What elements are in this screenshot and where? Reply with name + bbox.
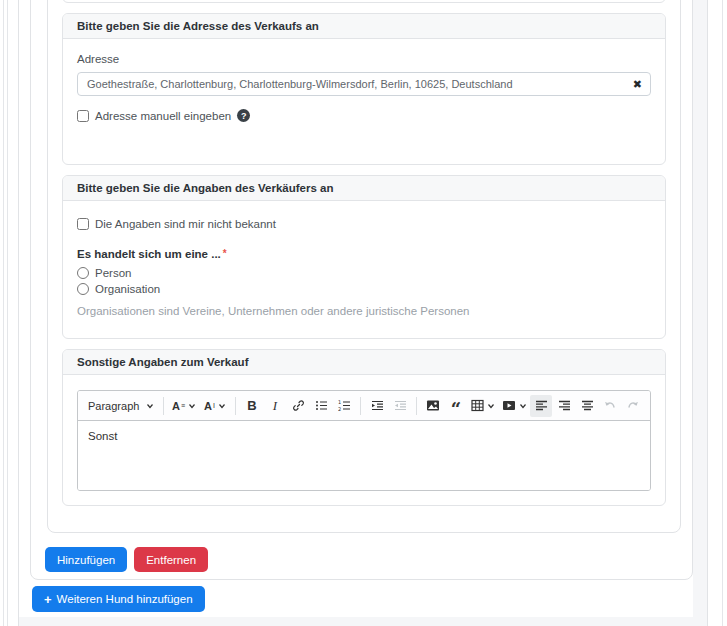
indent-button[interactable] [366,395,388,417]
media-icon [502,399,516,412]
link-button[interactable] [287,395,309,417]
remove-button[interactable]: Entfernen [134,547,208,572]
seller-type-label: Es handelt sich um eine ...* [77,248,651,260]
required-mark: * [223,248,227,259]
insert-image-button[interactable] [422,395,444,417]
help-icon[interactable]: ? [237,109,250,122]
organisation-option-row: Organisation [77,283,651,295]
italic-button[interactable]: I [264,395,286,417]
chevron-down-icon [519,402,527,410]
bulleted-list-icon [315,399,328,412]
bulleted-list-button[interactable] [310,395,332,417]
address-input-wrap: ✖ [77,72,651,96]
undo-icon [603,400,617,412]
address-card: Bitte geben Sie die Adresse des Verkaufs… [62,13,666,165]
bold-button[interactable]: B [241,395,263,417]
editor-toolbar: Paragraph A≡ AI B [78,391,650,421]
redo-icon [626,400,640,412]
toolbar-separator [163,397,164,415]
plus-icon: + [44,593,52,606]
rich-text-editor: Paragraph A≡ AI B [77,390,651,491]
page: Bitte geben Sie die Adresse des Verkaufs… [0,0,727,626]
address-card-body: Adresse ✖ Adresse manuell eingeben ? [63,39,665,136]
numbered-list-button[interactable]: 12 [333,395,355,417]
align-center-button[interactable] [576,395,598,417]
redo-button[interactable] [622,395,644,417]
unknown-info-label: Die Angaben sind mir nicht bekannt [95,218,276,230]
other-info-card-body: Paragraph A≡ AI B [63,375,665,505]
heading-dropdown-label: Paragraph [88,400,139,412]
unknown-info-row: Die Angaben sind mir nicht bekannt [77,218,651,230]
toolbar-separator [235,397,236,415]
manual-address-row: Adresse manuell eingeben ? [77,109,651,122]
address-input[interactable] [77,72,651,96]
chevron-down-icon [188,402,196,410]
insert-table-button[interactable] [468,395,498,417]
align-right-icon [558,399,571,412]
seller-card-body: Die Angaben sind mir nicht bekannt Es ha… [63,201,665,331]
person-radio-label: Person [95,267,131,279]
heading-dropdown[interactable]: Paragraph [84,395,158,417]
media-embed-button[interactable] [499,395,529,417]
organisation-helper-text: Organisationen sind Vereine, Unternehmen… [77,305,651,317]
image-icon [426,399,440,412]
organisation-radio-label: Organisation [95,283,160,295]
numbered-list-icon: 12 [338,399,351,412]
manual-address-label: Adresse manuell eingeben [95,110,231,122]
chevron-down-icon [487,402,495,410]
align-left-icon [535,399,548,412]
chevron-down-icon [218,402,226,410]
address-card-title: Bitte geben Sie die Adresse des Verkaufs… [63,14,665,39]
toolbar-separator [416,397,417,415]
font-size-icon: A≡ [172,400,185,412]
svg-text:2: 2 [338,406,341,412]
align-left-button[interactable] [530,395,552,417]
outdent-button[interactable] [389,395,411,417]
previous-card-bottom-edge [62,0,666,3]
other-info-card-title: Sonstige Angaben zum Verkauf [63,350,665,375]
person-option-row: Person [77,267,651,279]
address-label: Adresse [77,53,651,65]
table-icon [471,399,484,412]
seller-card: Bitte geben Sie die Angaben des Verkäufe… [62,175,666,339]
manual-address-checkbox[interactable] [77,110,89,122]
add-dog-button[interactable]: + Weiteren Hund hinzufügen [32,586,205,612]
toolbar-separator [360,397,361,415]
align-right-button[interactable] [553,395,575,417]
add-dog-button-label: Weiteren Hund hinzufügen [57,593,193,605]
seller-card-title: Bitte geben Sie die Angaben des Verkäufe… [63,176,665,201]
align-center-icon [581,399,594,412]
organisation-radio[interactable] [77,283,89,295]
person-radio[interactable] [77,267,89,279]
font-color-icon: AI [204,400,215,412]
indent-icon [371,399,384,412]
font-size-dropdown[interactable]: A≡ [169,395,199,417]
undo-button[interactable] [599,395,621,417]
outer-page-border [3,0,4,626]
font-color-dropdown[interactable]: AI [200,395,230,417]
chevron-down-icon [146,402,154,410]
unknown-info-checkbox[interactable] [77,218,89,230]
entry-actions: Hinzufügen Entfernen [45,547,208,572]
clear-address-icon[interactable]: ✖ [633,77,642,91]
editor-content[interactable]: Sonst [78,421,650,490]
link-icon [292,399,305,412]
block-quote-button[interactable]: “ [445,395,467,417]
add-button[interactable]: Hinzufügen [45,547,127,572]
other-info-card: Sonstige Angaben zum Verkauf Paragraph A… [62,349,666,506]
svg-text:1: 1 [338,399,341,405]
form-content-column: Bitte geben Sie die Adresse des Verkaufs… [62,0,666,506]
outdent-icon [394,399,407,412]
